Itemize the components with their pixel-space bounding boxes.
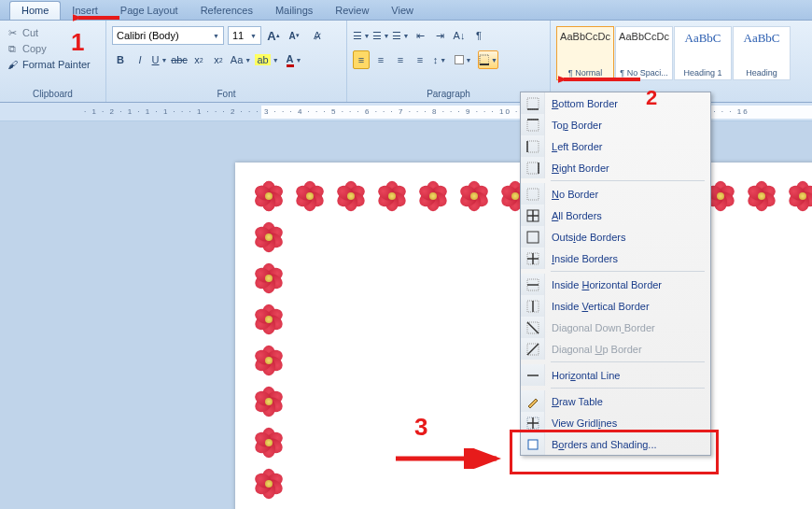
flower-ornament <box>289 176 330 217</box>
group-paragraph: ☰▼ ☰▼ ☰▼ ⇤ ⇥ A↓ ¶ ≡ ≡ ≡ ≡ ↕▼ ▼ ▼ Pa <box>347 21 551 102</box>
italic-button[interactable]: I <box>132 50 148 69</box>
line-spacing-button[interactable]: ↕▼ <box>431 50 448 69</box>
copy-icon: ⧉ <box>6 42 19 55</box>
border-icon <box>521 338 545 360</box>
brush-icon: 🖌 <box>6 58 19 71</box>
format-painter-label: Format Painter <box>22 59 91 70</box>
dd-nb[interactable]: No Border <box>521 183 710 205</box>
svg-line-23 <box>527 322 539 333</box>
tab-home[interactable]: Home <box>9 1 61 20</box>
dd-ivb[interactable]: Inside Vertical Border <box>521 295 710 317</box>
underline-button[interactable]: U▼ <box>151 50 168 69</box>
change-case-button[interactable]: Aa▼ <box>230 50 252 69</box>
shrink-font-button[interactable]: A▾ <box>286 26 302 45</box>
dd-bb[interactable]: Bottom Border <box>521 92 710 114</box>
chevron-down-icon: ▼ <box>491 57 497 64</box>
dd-ob[interactable]: Outside Borders <box>521 226 710 247</box>
shading-button[interactable]: ▼ <box>451 50 475 69</box>
tab-view[interactable]: View <box>380 2 425 20</box>
multilevel-button[interactable]: ☰▼ <box>392 26 409 45</box>
highlight-button[interactable]: ab▼ <box>255 50 279 69</box>
svg-rect-0 <box>480 55 489 64</box>
superscript-button[interactable]: x2 <box>210 50 227 69</box>
border-icon <box>521 135 545 157</box>
border-icon <box>521 295 545 317</box>
svg-line-25 <box>527 344 539 355</box>
style-heading1[interactable]: AaBbC Heading 1 <box>674 26 732 80</box>
dd-label: Diagonal Up Border <box>552 344 642 355</box>
copy-button[interactable]: ⧉ Copy <box>6 42 91 55</box>
style-preview: AaBbCcDc <box>619 31 669 42</box>
tab-references[interactable]: References <box>189 2 264 20</box>
dd-label: Inside Vertical Border <box>552 301 650 312</box>
dd-dt[interactable]: Draw Table <box>521 390 710 412</box>
font-size-combo[interactable]: 11▼ <box>228 26 261 45</box>
dd-label: Draw Table <box>552 396 603 407</box>
sort-button[interactable]: A↓ <box>451 26 468 45</box>
numbering-button[interactable]: ☰▼ <box>372 26 389 45</box>
align-right-button[interactable]: ≡ <box>392 50 409 69</box>
show-marks-button[interactable]: ¶ <box>470 26 487 45</box>
flower-ornament <box>782 176 812 217</box>
annotation-arrow-1 <box>73 9 121 26</box>
group-clipboard: ✂ Cut ⧉ Copy 🖌 Format Painter Clipboard <box>0 21 106 102</box>
strike-button[interactable]: abc <box>171 50 188 69</box>
font-name-combo[interactable]: Calibri (Body)▼ <box>112 26 224 45</box>
dd-label: Right Border <box>552 163 609 174</box>
flower-ornament <box>330 176 371 217</box>
decrease-indent-button[interactable]: ⇤ <box>412 26 428 45</box>
group-label: Paragraph <box>353 87 544 102</box>
dd-rb[interactable]: Right Border <box>521 157 710 178</box>
dd-label: Left Border <box>552 141 602 152</box>
flower-ornament <box>248 422 289 463</box>
border-icon <box>521 274 545 295</box>
dd-ihb[interactable]: Inside Horizontal Border <box>521 274 710 295</box>
dd-label: All Borders <box>552 210 602 221</box>
bold-button[interactable]: B <box>112 50 129 69</box>
bullets-button[interactable]: ☰▼ <box>353 26 370 45</box>
font-color-button[interactable]: A▼ <box>282 50 306 69</box>
dd-ddb: Diagonal Down Border <box>521 317 710 338</box>
flower-ornament <box>248 258 289 299</box>
dd-ab[interactable]: All Borders <box>521 205 710 226</box>
tab-review[interactable]: Review <box>324 2 380 20</box>
border-icon <box>521 364 545 386</box>
style-heading[interactable]: AaBbC Heading <box>733 26 791 80</box>
align-left-button[interactable]: ≡ <box>353 50 370 69</box>
svg-rect-4 <box>527 120 539 131</box>
scissors-icon: ✂ <box>6 26 19 39</box>
dd-tb[interactable]: Top Border <box>521 114 710 135</box>
align-center-button[interactable]: ≡ <box>372 50 389 69</box>
dd-label: Inside Borders <box>552 253 618 264</box>
annotation-arrow-2 <box>558 71 642 88</box>
group-styles: AaBbCcDc ¶ Normal AaBbCcDc ¶ No Spaci...… <box>551 21 812 102</box>
borders-dropdown: Bottom BorderTop BorderLeft BorderRight … <box>520 92 711 456</box>
flower-ornament <box>248 340 289 381</box>
cut-button[interactable]: ✂ Cut <box>6 26 91 39</box>
chevron-down-icon: ▼ <box>250 33 257 39</box>
cut-label: Cut <box>22 27 38 38</box>
subscript-button[interactable]: x2 <box>190 50 207 69</box>
dd-lb[interactable]: Left Border <box>521 135 710 157</box>
border-icon <box>521 114 545 135</box>
ribbon: ✂ Cut ⧉ Copy 🖌 Format Painter Clipboard … <box>0 21 812 103</box>
format-painter-button[interactable]: 🖌 Format Painter <box>6 58 91 71</box>
chevron-down-icon: ▼ <box>213 33 219 39</box>
dd-dub: Diagonal Up Border <box>521 338 710 360</box>
grow-font-button[interactable]: A▴ <box>265 26 282 45</box>
dd-hl[interactable]: Horizontal Line <box>521 364 710 386</box>
clear-formatting-button[interactable]: A̷ <box>306 26 329 45</box>
svg-rect-10 <box>527 189 539 200</box>
borders-button[interactable]: ▼ <box>478 50 498 69</box>
flower-ornament <box>454 176 495 217</box>
dd-ib[interactable]: Inside Borders <box>521 247 710 269</box>
svg-rect-8 <box>527 163 539 174</box>
increase-indent-button[interactable]: ⇥ <box>431 26 448 45</box>
annotation-box-3 <box>510 430 719 474</box>
style-preview: AaBbC <box>685 31 721 46</box>
flower-ornament <box>248 463 289 504</box>
annotation-arrow-3 <box>392 448 504 469</box>
tab-mailings[interactable]: Mailings <box>264 2 324 20</box>
justify-button[interactable]: ≡ <box>412 50 428 69</box>
copy-label: Copy <box>22 43 47 54</box>
